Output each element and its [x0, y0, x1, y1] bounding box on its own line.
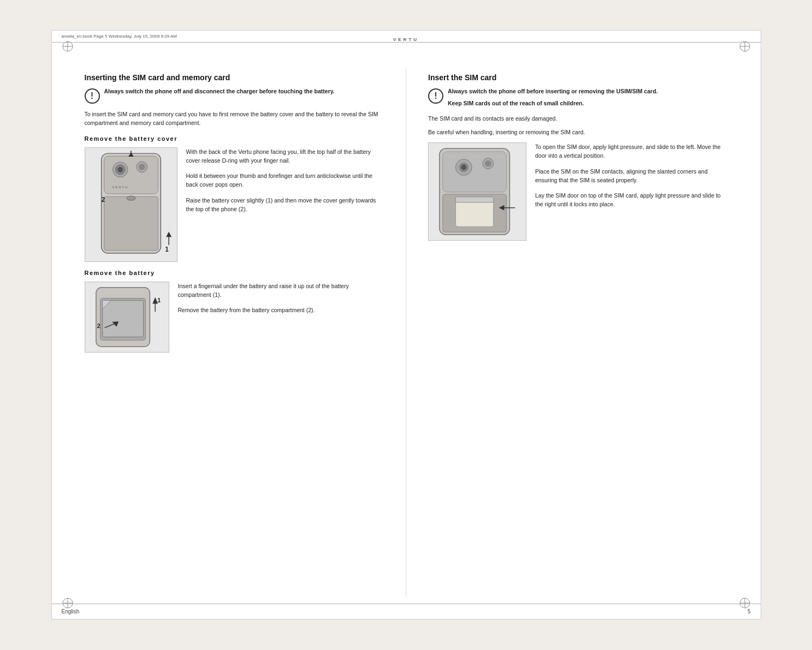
battery-figure: 1 2 [85, 282, 169, 353]
left-column: Inserting the SIM card and memory card !… [85, 68, 384, 597]
remove-battery-text-block: Insert a fingernail under the battery an… [178, 282, 384, 315]
right-line2: Be careful when handling, inserting or r… [428, 128, 728, 137]
svg-rect-47 [455, 197, 493, 202]
header-bar: amelia_en.book Page 5 Wednesday, July 15… [52, 31, 761, 43]
svg-text:VERTU: VERTU [112, 186, 128, 189]
right-line1: The SIM card and its contacts are easily… [428, 115, 728, 123]
vertu-logo: VERTU [393, 37, 419, 42]
right-warning-text-1: Always switch the phone off before inser… [448, 87, 657, 108]
warning-box-1: ! Always switch the phone off and discon… [85, 87, 384, 104]
svg-text:1: 1 [157, 297, 161, 303]
remove-cover-text-block: With the back of the Vertu phone facing … [186, 147, 384, 214]
right-column: Insert the SIM card ! Always switch the … [406, 68, 728, 597]
svg-point-16 [117, 166, 123, 172]
battery-step2-text: Remove the battery from the battery comp… [178, 306, 384, 314]
left-intro-text: To insert the SIM card and memory card y… [85, 110, 384, 128]
svg-point-42 [461, 165, 466, 170]
footer-left: English [62, 609, 80, 615]
cover-step1-text: With the back of the Vertu phone facing … [186, 147, 384, 165]
warning-text-1: Always switch the phone off and disconne… [104, 87, 335, 96]
sim-step3: Lay the SIM door on top of the SIM card,… [535, 191, 728, 209]
sim-figure-row: To open the SIM door, apply light pressu… [428, 142, 728, 241]
cover-step3-text: Raise the battery cover slightly (1) and… [186, 196, 384, 214]
remove-battery-figure-row: 1 2 Insert a fingernail under the batter… [85, 282, 384, 353]
remove-battery-title: Remove the battery [85, 270, 384, 276]
sim-step2: Place the SIM on the SIM contacts, align… [535, 167, 728, 185]
svg-point-44 [485, 160, 491, 167]
battery-cover-figure: VERTU 2 1 [85, 147, 177, 262]
svg-point-27 [127, 196, 135, 200]
right-warning-box-1: ! Always switch the phone off before ins… [428, 87, 728, 108]
sim-figure [428, 142, 526, 241]
svg-text:2: 2 [97, 322, 100, 329]
svg-rect-39 [443, 152, 507, 192]
battery-svg: 1 2 [85, 282, 169, 352]
sim-text-block: To open the SIM door, apply light pressu… [535, 142, 728, 209]
svg-text:1: 1 [165, 245, 169, 253]
battery-step1-text: Insert a fingernail under the battery an… [178, 282, 384, 300]
svg-point-18 [138, 163, 145, 170]
remove-cover-title: Remove the battery cover [85, 135, 384, 142]
sim-step1: To open the SIM door, apply light pressu… [535, 142, 728, 160]
warning-icon-1: ! [85, 88, 100, 104]
right-warning-icon-1: ! [428, 88, 443, 104]
footer-bar: English 5 [52, 604, 761, 619]
cover-step2-text: Hold it between your thumb and forefinge… [186, 171, 384, 189]
svg-text:2: 2 [101, 196, 105, 204]
left-main-title: Inserting the SIM card and memory card [85, 73, 384, 82]
svg-marker-26 [166, 231, 171, 237]
sim-svg [429, 143, 526, 240]
remove-cover-figure-row: VERTU 2 1 [85, 147, 384, 262]
battery-cover-svg: VERTU 2 1 [85, 148, 177, 261]
header-text: amelia_en.book Page 5 Wednesday, July 15… [62, 34, 177, 39]
svg-rect-46 [455, 200, 493, 226]
svg-rect-30 [102, 300, 143, 337]
svg-rect-20 [104, 196, 158, 251]
right-main-title: Insert the SIM card [428, 73, 728, 82]
footer-right: 5 [748, 609, 751, 615]
